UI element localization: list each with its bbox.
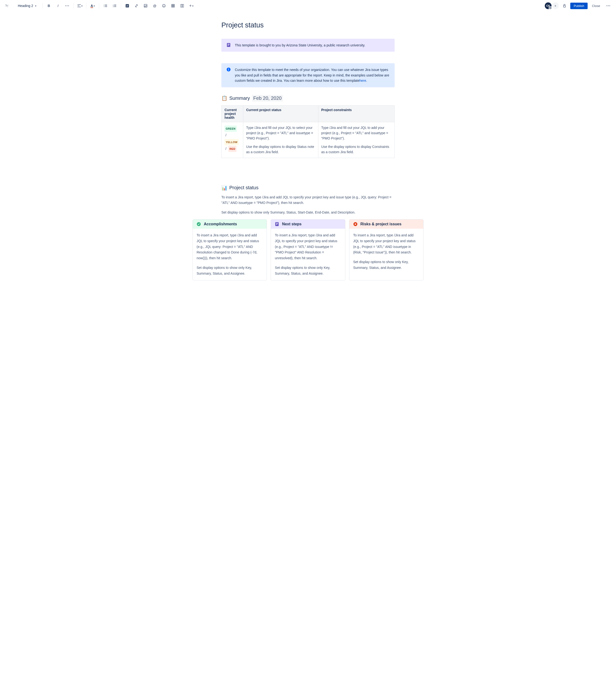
accomplishments-card[interactable]: Accomplishments To insert a Jira report,…: [193, 219, 267, 281]
svg-point-12: [162, 4, 165, 7]
svg-point-4: [104, 5, 105, 6]
table-button[interactable]: [169, 2, 177, 9]
user-avatar[interactable]: CK C: [545, 2, 551, 9]
status-p1: Type /Jira and fill out your JQL to sele…: [246, 125, 315, 141]
restrictions-button[interactable]: [560, 2, 568, 9]
add-collaborator-button[interactable]: +: [552, 2, 559, 9]
info-period: .: [366, 78, 367, 83]
constraints-p2: Use the display options to display Const…: [321, 144, 392, 155]
summary-heading[interactable]: 📋 Summary Feb 20, 2020: [221, 95, 395, 101]
template-note-panel[interactable]: This template is brought to you by Arizo…: [221, 39, 395, 52]
error-circle-icon: [353, 222, 357, 226]
info-link[interactable]: here: [359, 78, 366, 83]
separator: [99, 3, 99, 9]
svg-point-21: [610, 5, 610, 6]
bold-button[interactable]: B: [45, 2, 53, 9]
action-item-button[interactable]: [124, 2, 131, 9]
image-button[interactable]: [142, 2, 149, 9]
heading-selector[interactable]: Heading 2 ▾: [16, 3, 40, 9]
cell-health[interactable]: GREEN / YELLOW / RED: [222, 122, 243, 158]
card-title: Next steps: [282, 222, 302, 226]
chevron-down-icon: ▾: [192, 5, 194, 7]
svg-point-13: [163, 5, 163, 6]
bullet-list-button[interactable]: [102, 2, 109, 9]
more-actions-button[interactable]: [604, 2, 612, 9]
card-header: Next steps: [271, 220, 345, 229]
card-p2: Set display options to show only Key, Su…: [353, 259, 419, 271]
svg-point-0: [65, 5, 66, 6]
svg-point-19: [607, 5, 607, 6]
heading-selector-label: Heading 2: [18, 4, 33, 8]
status-p2: Use the display options to display Statu…: [246, 144, 315, 155]
table-header-row: Current project health Current project s…: [222, 105, 395, 122]
more-formatting-button[interactable]: [63, 2, 71, 9]
insert-button[interactable]: + ▾: [188, 2, 195, 9]
card-header: Risks & project issues: [349, 220, 423, 229]
note-icon: [226, 43, 231, 47]
svg-rect-27: [275, 222, 279, 226]
project-status-p1[interactable]: To insert a Jira report, type /Jira and …: [221, 195, 395, 206]
card-p1: To insert a Jira report, type /Jira and …: [353, 232, 419, 255]
bar-chart-emoji: 📊: [221, 185, 227, 191]
risks-card[interactable]: Risks & project issues To insert a Jira …: [349, 219, 423, 281]
link-button[interactable]: [133, 2, 140, 9]
project-status-heading[interactable]: 📊 Project status: [221, 185, 395, 191]
svg-text:3: 3: [113, 6, 114, 7]
svg-point-2: [68, 5, 69, 6]
align-button[interactable]: ▾: [76, 2, 84, 9]
publish-button[interactable]: Publish: [570, 3, 588, 9]
svg-rect-18: [564, 5, 566, 7]
chip-sep: /: [225, 133, 226, 137]
card-p1: To insert a Jira report, type /Jira and …: [275, 232, 341, 261]
card-p1: To insert a Jira report, type /Jira and …: [197, 232, 263, 261]
summary-table[interactable]: Current project health Current project s…: [221, 105, 395, 158]
separator: [42, 3, 43, 9]
check-circle-icon: [197, 222, 201, 226]
table-row: GREEN / YELLOW / RED Type /Jira and fill…: [222, 122, 395, 158]
cell-constraints[interactable]: Type /Jira and fill out your JQL to add …: [318, 122, 394, 158]
project-status-p2[interactable]: Set display options to show only Summary…: [221, 210, 395, 215]
svg-point-24: [228, 68, 229, 69]
card-title: Accomplishments: [204, 222, 237, 226]
card-title: Risks & project issues: [360, 222, 402, 226]
col-health: Current project health: [222, 105, 243, 122]
editor-toolbar: Heading 2 ▾ B I ▾ A ▾ 123 @: [0, 0, 616, 12]
info-panel-text: Customize this template to meet the need…: [235, 67, 390, 83]
chevron-down-icon: ▾: [81, 5, 83, 7]
page-title[interactable]: Project status: [221, 21, 395, 29]
close-button[interactable]: Close: [590, 3, 602, 9]
chip-yellow: YELLOW: [224, 139, 239, 145]
chevron-down-icon: ▾: [94, 5, 95, 7]
cell-status[interactable]: Type /Jira and fill out your JQL to sele…: [243, 122, 318, 158]
card-body[interactable]: To insert a Jira report, type /Jira and …: [271, 229, 345, 280]
note-icon: [275, 222, 279, 226]
svg-point-5: [104, 6, 105, 7]
emoji-button[interactable]: [160, 2, 168, 9]
cards-layout: Accomplishments To insert a Jira report,…: [193, 219, 423, 281]
svg-point-14: [164, 5, 164, 6]
card-header: Accomplishments: [193, 220, 267, 229]
summary-date[interactable]: Feb 20, 2020: [252, 95, 283, 101]
svg-point-3: [104, 5, 105, 5]
chip-red: RED: [228, 146, 237, 152]
col-constraints: Project constraints: [318, 105, 394, 122]
svg-rect-15: [172, 4, 174, 7]
card-body[interactable]: To insert a Jira report, type /Jira and …: [349, 229, 423, 275]
svg-point-11: [145, 5, 145, 5]
numbered-list-button[interactable]: 123: [111, 2, 118, 9]
clipboard-emoji: 📋: [221, 95, 227, 101]
mention-button[interactable]: @: [151, 2, 159, 9]
info-panel[interactable]: Customize this template to meet the need…: [221, 63, 395, 87]
layout-button[interactable]: [178, 2, 186, 9]
card-body[interactable]: To insert a Jira report, type /Jira and …: [193, 229, 267, 280]
svg-rect-17: [182, 4, 183, 7]
svg-rect-16: [181, 4, 182, 7]
chip-green: GREEN: [224, 126, 237, 132]
svg-point-1: [67, 5, 68, 6]
col-status: Current project status: [243, 105, 318, 122]
chip-sep: /: [225, 147, 226, 151]
text-color-label: A: [90, 4, 93, 8]
text-color-button[interactable]: A ▾: [89, 2, 96, 9]
italic-button[interactable]: I: [54, 2, 62, 9]
next-steps-card[interactable]: Next steps To insert a Jira report, type…: [271, 219, 345, 281]
